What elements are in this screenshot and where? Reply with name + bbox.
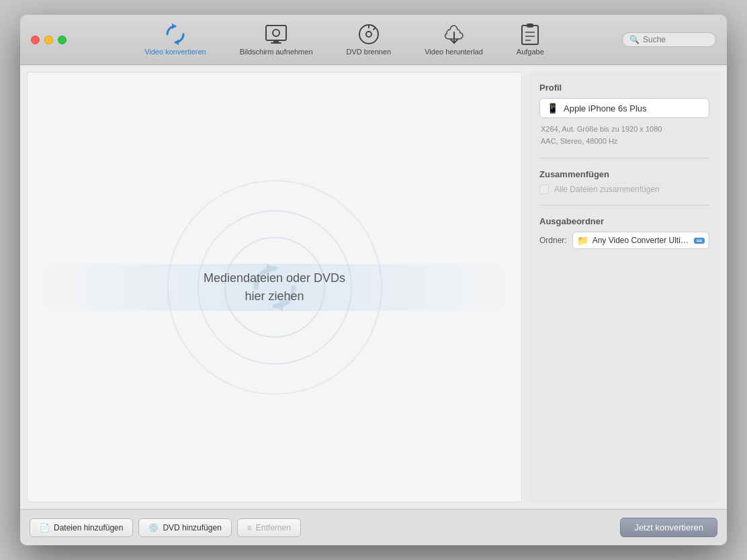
dvd-icon: 💿	[148, 523, 159, 532]
video-herunterlad-icon	[442, 24, 466, 45]
profile-section: Profil 📱 Apple iPhone 6s Plus X264, Aut.…	[539, 83, 709, 147]
main-content: Mediendateien oder DVDs hier ziehen Prof…	[20, 65, 727, 509]
ordner-dropdown[interactable]: 📁 Any Video Converter Ultim...	[572, 232, 709, 249]
video-konvertieren-icon	[163, 24, 187, 45]
dateien-hinzufuegen-button[interactable]: 📄 Dateien hinzufügen	[30, 518, 133, 537]
toolbar-item-video-herunterlad[interactable]: Video herunterlad	[425, 24, 483, 56]
ausgabeordner-section: Ausgabeordner Ordner: 📁 Any Video Conver…	[539, 216, 709, 249]
folder-icon: 📁	[577, 235, 588, 246]
drop-text-line2: hier ziehen	[204, 287, 345, 306]
ordner-row: Ordner: 📁 Any Video Converter Ultim...	[539, 232, 709, 249]
divider-1	[539, 158, 709, 158]
minimize-button[interactable]	[44, 36, 53, 44]
toolbar-label-video-herunterlad: Video herunterlad	[425, 48, 483, 56]
zusammenfuegen-checkbox-label: Alle Dateien zusammenfügen	[554, 185, 660, 194]
ausgabeordner-label: Ausgabeordner	[539, 216, 709, 226]
profile-info-line2: AAC, Stereo, 48000 Hz	[541, 136, 709, 148]
dvd-brennen-icon	[357, 24, 381, 45]
entfernen-label: Entfernen	[256, 523, 291, 532]
toolbar-item-dvd-brennen[interactable]: DVD brennen	[347, 24, 392, 56]
bottom-bar: 📄 Dateien hinzufügen 💿 DVD hinzufügen ≡ …	[20, 509, 727, 545]
toolbar-label-bildschirm-aufnehmen: Bildschirm aufnehmen	[240, 48, 313, 56]
toolbar-item-aufgabe[interactable]: Aufgabe	[517, 24, 544, 56]
toolbar-item-bildschirm-aufnehmen[interactable]: Bildschirm aufnehmen	[240, 24, 313, 56]
zusammenfuegen-label: Zusammenfügen	[539, 169, 709, 179]
search-icon: 🔍	[629, 35, 640, 44]
maximize-button[interactable]	[58, 36, 67, 44]
bildschirm-aufnehmen-icon	[264, 24, 288, 45]
entfernen-icon: ≡	[247, 523, 252, 532]
dateien-icon: 📄	[40, 523, 50, 532]
dateien-label: Dateien hinzufügen	[54, 523, 123, 532]
toolbar-label-dvd-brennen: DVD brennen	[347, 48, 392, 56]
zusammenfuegen-checkbox-row: Alle Dateien zusammenfügen	[539, 185, 709, 194]
svg-rect-9	[522, 26, 538, 44]
search-box[interactable]: 🔍	[622, 32, 716, 47]
title-bar: Video konvertieren Bildschirm aufnehmen	[20, 15, 727, 65]
drop-text-line1: Mediendateien oder DVDs	[204, 269, 345, 287]
zusammenfuegen-section: Zusammenfügen Alle Dateien zusammenfügen	[539, 169, 709, 194]
svg-rect-0	[266, 26, 286, 40]
profile-info: X264, Aut. Größe bis zu 1920 x 1080 AAC,…	[539, 124, 709, 147]
app-window: Video konvertieren Bildschirm aufnehmen	[20, 15, 727, 545]
svg-line-7	[373, 28, 376, 30]
ordner-chevron-icon	[694, 238, 705, 244]
drop-area[interactable]: Mediendateien oder DVDs hier ziehen	[27, 72, 522, 502]
ordner-label: Ordner:	[539, 236, 567, 245]
svg-point-5	[366, 32, 371, 37]
dvd-hinzufuegen-button[interactable]: 💿 DVD hinzufügen	[138, 518, 231, 537]
traffic-lights	[31, 36, 67, 44]
zusammenfuegen-checkbox[interactable]	[539, 185, 549, 194]
jetzt-konvertieren-button[interactable]: Jetzt konvertieren	[620, 518, 717, 537]
entfernen-button[interactable]: ≡ Entfernen	[237, 518, 301, 537]
svg-point-1	[273, 30, 279, 36]
drop-text: Mediendateien oder DVDs hier ziehen	[204, 269, 345, 306]
close-button[interactable]	[31, 36, 40, 44]
search-input[interactable]	[643, 35, 709, 44]
dvd-label: DVD hinzufügen	[163, 523, 221, 532]
toolbar: Video konvertieren Bildschirm aufnehmen	[80, 24, 609, 56]
right-panel: Profil 📱 Apple iPhone 6s Plus X264, Aut.…	[529, 72, 720, 502]
profile-name: Apple iPhone 6s Plus	[564, 103, 702, 113]
aufgabe-icon	[518, 24, 542, 45]
device-icon: 📱	[547, 103, 558, 113]
toolbar-label-video-konvertieren: Video konvertieren	[144, 48, 206, 56]
toolbar-label-aufgabe: Aufgabe	[517, 48, 544, 56]
profile-info-line1: X264, Aut. Größe bis zu 1920 x 1080	[541, 124, 709, 136]
profile-dropdown[interactable]: 📱 Apple iPhone 6s Plus	[539, 98, 709, 118]
ordner-name: Any Video Converter Ultim...	[592, 236, 690, 245]
svg-rect-10	[527, 24, 533, 28]
svg-rect-3	[271, 42, 281, 44]
convert-label: Jetzt konvertieren	[634, 522, 703, 532]
divider-2	[539, 205, 709, 205]
toolbar-item-video-konvertieren[interactable]: Video konvertieren	[144, 24, 206, 56]
profile-section-label: Profil	[539, 83, 709, 93]
